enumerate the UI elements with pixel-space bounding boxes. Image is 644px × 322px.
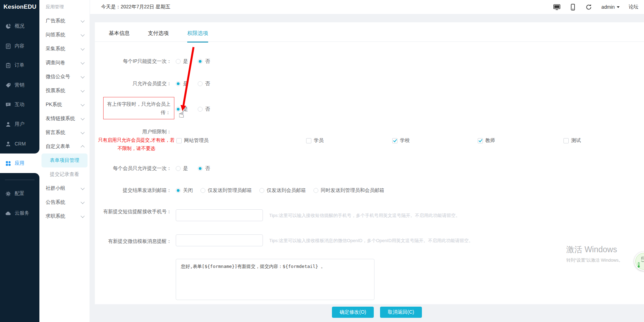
submenu-item-links[interactable]: 友情链接系统	[39, 112, 90, 126]
crm-person-icon	[5, 141, 11, 147]
radio-option-admin-email[interactable]: 仅发送到管理员邮箱	[200, 187, 252, 194]
radio-option-no[interactable]: 否	[198, 58, 210, 65]
desktop-monitor-icon[interactable]	[553, 3, 560, 10]
badge-inner-circle: 5	[635, 253, 644, 270]
watermark-line1: 激活 Windows	[566, 244, 623, 255]
watermark-line2: 转到“设置”以激活 Windows。	[566, 257, 623, 263]
submenu-item-ads[interactable]: 广告系统	[39, 14, 90, 28]
red-annotation-arrow	[175, 43, 203, 116]
refresh-icon[interactable]	[585, 3, 592, 10]
radio-option-no[interactable]: 否	[198, 106, 210, 112]
submenu-item-pk[interactable]: PK系统	[39, 98, 90, 112]
today-date-text: 今天是：2022年7月22日 星期五	[101, 0, 170, 14]
submenu-item-jobs[interactable]: 求职系统	[39, 209, 90, 223]
radio-option-no[interactable]: 否	[198, 165, 210, 172]
sidebar-item-marketing[interactable]: 营销	[0, 79, 39, 91]
submenu-title: 应用管理	[39, 0, 90, 14]
submenu-item-announcements[interactable]: 公告系统	[39, 195, 90, 209]
sidebar-item-users[interactable]: 用户	[0, 118, 39, 130]
radio-option-member-email[interactable]: 仅发送到会员邮箱	[259, 187, 306, 194]
radio-button[interactable]	[259, 188, 264, 193]
cancel-return-button[interactable]: 取消返回(C)	[380, 307, 422, 318]
radio-button[interactable]	[198, 59, 203, 64]
sidebar-item-label: 配置	[15, 190, 24, 197]
admin-user-menu[interactable]: admin	[601, 4, 620, 10]
radio-option-no[interactable]: 否	[198, 81, 210, 87]
submenu-item-messages[interactable]: 留言系统	[39, 126, 90, 140]
checkbox-site-admin[interactable]: 网站管理员	[176, 137, 209, 144]
checkbox[interactable]	[176, 138, 182, 143]
mobile-phone-icon[interactable]	[569, 3, 576, 10]
radio-option-both-email[interactable]: 同时发送到管理员和会员邮箱	[313, 187, 384, 194]
submenu-item-groups[interactable]: 社群小组	[39, 181, 90, 195]
radio-group-email-result: 关闭 仅发送到管理员邮箱 仅发送到会员邮箱 同时发送到管理员和会员邮箱	[176, 187, 384, 194]
radio-button[interactable]	[198, 81, 203, 86]
radio-button[interactable]	[176, 59, 181, 64]
radio-option-off[interactable]: 关闭	[176, 187, 193, 194]
forum-link[interactable]: 论坛	[629, 4, 638, 10]
content-doc-icon	[5, 43, 11, 49]
gear-icon	[5, 191, 11, 197]
checkbox[interactable]	[306, 138, 311, 143]
sidebar-item-apps-active[interactable]: 应用	[0, 153, 39, 173]
sidebar-item-settings[interactable]: 配置	[0, 188, 39, 200]
sidebar-item-label: 云服务	[15, 210, 29, 216]
radio-button[interactable]	[176, 107, 181, 112]
field-label-user-groups: 用户组限制：	[102, 128, 172, 135]
submenu-item-survey[interactable]: 调查问卷	[39, 56, 90, 70]
tab-basic-info[interactable]: 基本信息	[109, 30, 130, 42]
sidebar-item-label: 用户	[15, 121, 24, 127]
marketing-tags-icon	[5, 82, 11, 88]
checkbox[interactable]	[478, 138, 483, 143]
tab-payment-options[interactable]: 支付选项	[148, 30, 169, 42]
radio-button[interactable]	[198, 107, 203, 112]
sidebar-item-content[interactable]: 内容	[0, 40, 39, 52]
tab-permission-options[interactable]: 权限选项	[187, 30, 208, 43]
primary-sidebar: KesionEDU 概况 内容 订单 营销 互动 用户 CRM	[0, 0, 39, 322]
secondary-sidebar: 应用管理 广告系统 问答系统 采集系统 调查问卷 微信公众号 投票系统 PK系统…	[39, 0, 90, 322]
radio-button[interactable]	[176, 81, 181, 86]
submenu-item-custom-forms[interactable]: 自定义表单	[39, 140, 90, 153]
sidebar-top-block: KesionEDU 概况 内容 订单 营销 互动 用户 CRM	[0, 0, 39, 153]
chevron-down-icon	[81, 32, 84, 36]
submenu-item-qa[interactable]: 问答系统	[39, 28, 90, 42]
radio-button[interactable]	[200, 188, 205, 193]
radio-option-yes[interactable]: 是	[176, 58, 188, 65]
submenu-subitem-form-projects-active[interactable]: 表单项目管理	[41, 153, 88, 167]
radio-button[interactable]	[176, 188, 181, 193]
radio-button[interactable]	[176, 166, 181, 171]
chevron-down-icon	[81, 200, 84, 204]
radio-option-yes[interactable]: 是	[176, 165, 188, 172]
notify-template-textarea[interactable]: 您好,表单[${formname}]有新提交，提交内容：${formdetail…	[176, 259, 374, 300]
sidebar-item-crm[interactable]: CRM	[0, 138, 39, 150]
confirm-save-button[interactable]: 确定修改(O)	[332, 307, 374, 318]
submenu-item-vote[interactable]: 投票系统	[39, 84, 90, 98]
sidebar-item-label: 内容	[15, 43, 24, 49]
radio-button[interactable]	[198, 166, 203, 171]
sidebar-item-label: 概况	[15, 23, 24, 29]
checkbox-student[interactable]: 学员	[306, 137, 324, 144]
checkbox-school[interactable]: 学校	[392, 137, 410, 144]
sidebar-item-orders[interactable]: 订单	[0, 59, 39, 71]
sidebar-item-overview[interactable]: 概况	[0, 20, 39, 32]
checkbox-teacher[interactable]: 教师	[478, 137, 495, 144]
top-bar: 今天是：2022年7月22日 星期五 admin 论坛	[90, 0, 644, 14]
radio-option-yes[interactable]: 是	[176, 81, 188, 87]
radio-button[interactable]	[313, 188, 318, 193]
checkbox-test[interactable]: 测试	[563, 137, 581, 144]
wechat-openid-input[interactable]	[176, 234, 263, 246]
sidebar-item-cloud[interactable]: 云服务	[0, 207, 39, 219]
sidebar-item-interaction[interactable]: 互动	[0, 99, 39, 111]
orders-clipboard-icon	[5, 62, 11, 68]
tab-bar: 基本信息 支付选项 权限选项	[95, 22, 644, 42]
sidebar-item-label: CRM	[15, 141, 26, 147]
checkbox[interactable]	[563, 138, 569, 143]
radio-option-yes[interactable]: 是	[176, 106, 188, 112]
checkbox[interactable]	[392, 138, 397, 143]
submenu-item-collect[interactable]: 采集系统	[39, 42, 90, 56]
submenu-subitem-submission-records[interactable]: 提交记录查看	[39, 167, 90, 181]
submenu-item-wechat-official[interactable]: 微信公众号	[39, 70, 90, 84]
cloud-icon	[5, 210, 11, 216]
sms-phone-input[interactable]	[176, 209, 263, 221]
sidebar-item-label: 订单	[15, 62, 24, 68]
